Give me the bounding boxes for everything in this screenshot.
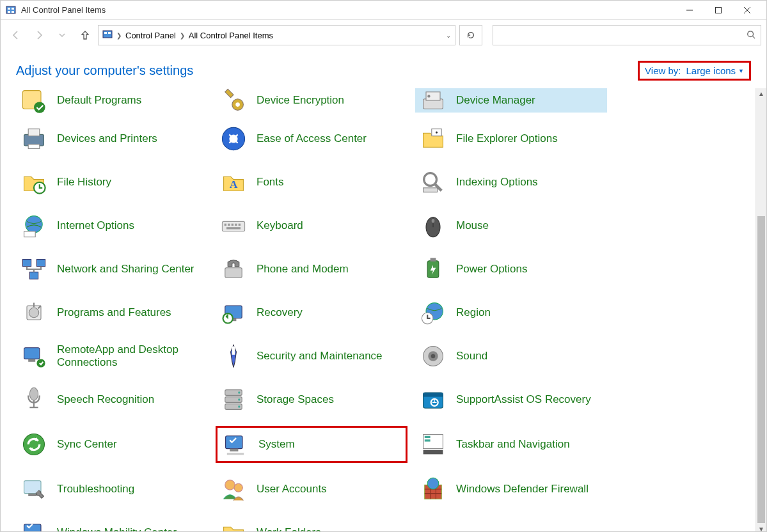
control-panel-item[interactable]: RemoteApp and Desktop Connections [16,339,208,373]
search-icon[interactable] [747,30,755,41]
search-box[interactable] [493,25,761,45]
control-panel-item[interactable]: Programs and Features [16,295,208,330]
control-panel-item[interactable]: Windows Mobility Center [16,515,208,532]
content-area: Default ProgramsDevice EncryptionDevice … [1,88,755,532]
programs-features-icon [20,299,48,327]
control-panel-item[interactable]: Mouse [415,208,607,243]
svg-point-59 [29,387,38,400]
control-panel-item[interactable]: User Accounts [216,472,407,506]
network-sharing-icon [20,255,48,283]
svg-point-69 [24,434,45,455]
svg-rect-72 [227,453,244,455]
maximize-button[interactable] [704,1,732,20]
view-by-dropdown[interactable]: Large icons ▼ [686,65,744,76]
item-label: Ease of Access Center [257,132,367,145]
control-panel-item[interactable]: SupportAssist OS Recovery [415,382,607,417]
scroll-down-button[interactable]: ▼ [756,524,766,532]
control-panel-item[interactable]: Region [415,295,607,330]
item-label: Default Programs [57,94,141,107]
control-panel-item[interactable]: Sync Center [16,426,208,463]
control-panel-item[interactable]: Device Manager [415,88,607,113]
scroll-up-button[interactable]: ▲ [756,88,766,99]
item-label: Network and Sharing Center [57,263,194,276]
svg-rect-71 [230,449,238,451]
minimize-button[interactable] [675,1,704,20]
work-folders-icon [219,519,248,532]
storage-spaces-icon [219,386,248,414]
control-panel-item[interactable]: Device Encryption [216,88,407,113]
phone-modem-icon [219,255,248,283]
item-label: Windows Defender Firewall [456,483,589,496]
devices-printers-icon [20,125,48,153]
item-label: User Accounts [257,483,327,496]
view-by-control[interactable]: View by: Large icons ▼ [638,61,751,81]
svg-point-23 [436,131,438,133]
svg-rect-4 [12,11,14,13]
control-panel-item[interactable]: Devices and Printers [16,121,208,156]
svg-point-9 [748,31,754,36]
header-row: Adjust your computer's settings View by:… [1,51,766,88]
refresh-button[interactable] [459,25,482,45]
control-panel-item[interactable]: Phone and Modem [216,252,407,286]
control-panel-item[interactable]: Speech Recognition [16,382,208,417]
control-panel-item[interactable]: Keyboard [216,208,407,243]
item-label: Recovery [257,306,303,319]
indexing-options-icon [419,168,447,196]
svg-rect-39 [22,260,31,267]
svg-rect-8 [108,32,111,34]
item-label: Sync Center [57,438,117,451]
svg-point-64 [238,398,240,400]
items-grid: Default ProgramsDevice EncryptionDevice … [16,88,748,532]
address-bar[interactable]: ❯ Control Panel ❯ All Control Panel Item… [98,25,455,45]
remoteapp-icon [20,342,48,370]
control-panel-item[interactable]: Windows Defender Firewall [415,472,607,506]
back-button[interactable] [6,25,26,45]
titlebar: All Control Panel Items [1,1,766,20]
item-label: Security and Maintenance [257,350,383,363]
control-panel-item[interactable]: Indexing Options [415,165,607,199]
breadcrumb-current[interactable]: All Control Panel Items [189,31,273,40]
vertical-scrollbar[interactable]: ▲ ▼ [755,88,766,532]
svg-rect-7 [104,32,107,34]
control-panel-item[interactable]: AFonts [216,165,407,199]
control-panel-item[interactable]: Sound [415,339,607,373]
svg-point-46 [29,308,38,317]
control-panel-item[interactable]: Storage Spaces [216,382,407,417]
control-panel-item[interactable]: Security and Maintenance [216,339,407,373]
recent-dropdown-button[interactable] [52,25,72,45]
svg-point-80 [234,483,242,492]
item-label: Indexing Options [456,176,538,189]
control-panel-item[interactable]: Network and Sharing Center [16,252,208,286]
sync-center-icon [20,430,48,458]
region-icon [419,299,447,327]
control-panel-item[interactable]: Taskbar and Navigation [415,426,607,463]
control-panel-item[interactable]: Internet Options [16,208,208,243]
svg-rect-38 [432,219,434,223]
control-panel-item[interactable]: File Explorer Options [415,121,607,156]
address-dropdown-icon[interactable]: ⌄ [446,32,451,39]
control-panel-item[interactable]: Work Folders [216,515,407,532]
svg-rect-36 [226,227,241,229]
control-panel-item[interactable]: System [216,426,407,463]
control-panel-item[interactable]: Recovery [216,295,407,330]
control-panel-item[interactable]: Troubleshooting [16,472,208,506]
close-button[interactable] [732,1,761,20]
sound-icon [419,342,447,370]
up-button[interactable] [75,25,95,45]
control-panel-item[interactable]: Ease of Access Center [216,121,407,156]
taskbar-navigation-icon [419,430,447,458]
recovery-icon [219,299,248,327]
control-panel-item[interactable]: File History [16,165,208,199]
search-input[interactable] [498,31,747,40]
forward-button[interactable] [29,25,49,45]
breadcrumb-root[interactable]: Control Panel [125,31,176,40]
svg-rect-70 [226,436,242,449]
svg-rect-44 [431,258,436,262]
keyboard-icon [219,212,248,240]
svg-point-54 [36,359,45,367]
scrollbar-thumb[interactable] [757,216,765,523]
control-panel-item[interactable]: Default Programs [16,88,208,113]
control-panel-item[interactable]: Power Options [415,252,607,286]
svg-rect-76 [425,439,431,441]
svg-rect-33 [232,224,233,226]
